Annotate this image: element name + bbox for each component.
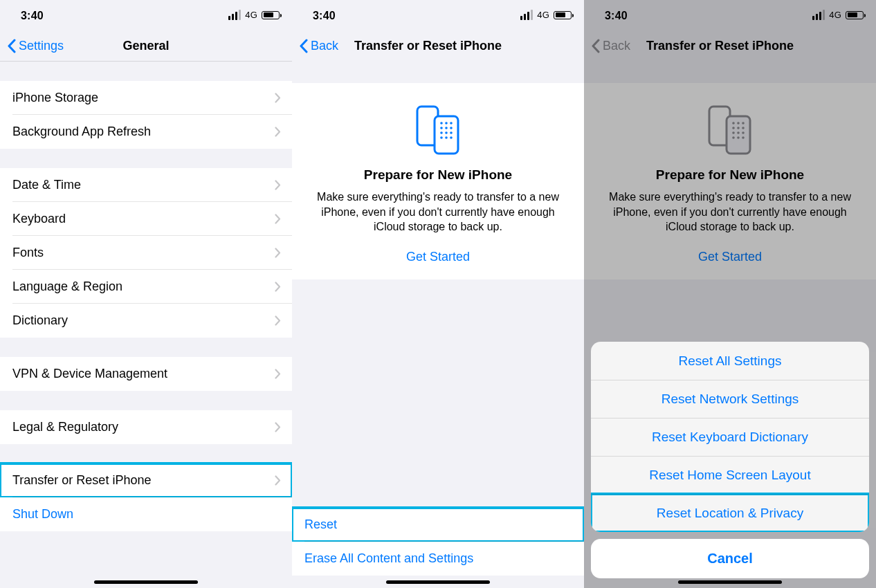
prepare-hero: Prepare for New iPhone Make sure everyth… [292,83,584,279]
chevron-right-icon [275,369,281,379]
status-icons: 4G [520,10,572,20]
row-label: Language & Region [12,279,275,294]
row-keyboard[interactable]: Keyboard [0,202,292,236]
svg-point-5 [440,127,443,129]
row-legal[interactable]: Legal & Regulatory [0,410,292,444]
svg-point-8 [440,131,443,134]
row-label: Legal & Regulatory [12,420,275,434]
row-label: Date & Time [12,178,275,192]
signal-icon [228,10,241,20]
svg-point-12 [445,136,448,139]
chevron-right-icon [275,93,281,103]
nav-bar: Back Transfer or Reset iPhone [292,30,584,61]
row-label: VPN & Device Management [12,367,275,381]
svg-point-4 [450,122,453,125]
row-fonts[interactable]: Fonts [0,236,292,270]
reset-home-screen-layout[interactable]: Reset Home Screen Layout [591,456,869,494]
status-bar: 3:40 4G [0,0,292,30]
status-time: 3:40 [21,10,44,22]
svg-point-6 [445,127,448,129]
row-date-time[interactable]: Date & Time [0,168,292,202]
reset-keyboard-dictionary[interactable]: Reset Keyboard Dictionary [591,418,869,456]
row-label: iPhone Storage [12,91,275,105]
row-dictionary[interactable]: Dictionary [0,304,292,338]
svg-point-11 [440,136,443,139]
svg-point-7 [450,127,453,129]
action-sheet: Reset All Settings Reset Network Setting… [591,342,869,578]
devices-icon [307,104,569,156]
row-background-refresh[interactable]: Background App Refresh [0,115,292,149]
row-language-region[interactable]: Language & Region [0,270,292,304]
network-label: 4G [245,10,257,20]
screen-reset-options: 3:40 4G Back Transfer or Reset iPhone [584,0,876,588]
chevron-right-icon [275,475,281,486]
reset-location-privacy[interactable]: Reset Location & Privacy [591,494,869,532]
back-label: Back [311,39,338,53]
row-label: Reset [304,517,573,532]
row-vpn[interactable]: VPN & Device Management [0,357,292,391]
screen-transfer-reset: 3:40 4G Back Transfer or Reset iPhone [292,0,584,588]
svg-point-10 [450,131,453,134]
home-indicator[interactable] [678,580,782,584]
svg-point-2 [440,122,443,125]
row-label: Dictionary [12,313,275,328]
status-bar: 3:40 4G [292,0,584,30]
nav-title: General [122,39,169,53]
chevron-left-icon [299,39,308,53]
chevron-right-icon [275,282,281,292]
battery-icon [262,11,280,19]
row-label: Transfer or Reset iPhone [12,473,275,488]
chevron-right-icon [275,127,281,137]
reset-network-settings[interactable]: Reset Network Settings [591,380,869,418]
status-time: 3:40 [313,10,336,22]
svg-point-13 [450,136,453,139]
back-button[interactable]: Back [299,30,338,61]
reset-all-settings[interactable]: Reset All Settings [591,342,869,380]
svg-point-9 [445,131,448,134]
back-button[interactable]: Settings [7,30,64,61]
chevron-right-icon [275,248,281,258]
signal-icon [520,10,533,20]
network-label: 4G [537,10,549,20]
home-indicator[interactable] [386,580,490,584]
row-transfer-reset[interactable]: Transfer or Reset iPhone [0,463,292,497]
svg-point-3 [445,122,448,125]
back-label: Settings [19,39,64,53]
row-label: Background App Refresh [12,125,275,139]
cancel-button[interactable]: Cancel [591,539,869,578]
row-shut-down[interactable]: Shut Down [0,497,292,531]
hero-heading: Prepare for New iPhone [307,167,569,183]
nav-bar: Settings General [0,30,292,61]
chevron-right-icon [275,315,281,326]
row-label: Erase All Content and Settings [304,551,573,566]
chevron-right-icon [275,180,281,190]
row-label: Keyboard [12,212,275,226]
chevron-left-icon [7,39,16,53]
row-label: Fonts [12,246,275,260]
chevron-right-icon [275,422,281,432]
get-started-link[interactable]: Get Started [406,250,470,264]
reset-button[interactable]: Reset [292,508,584,542]
hero-body: Make sure everything's ready to transfer… [307,190,569,235]
svg-rect-1 [435,116,458,154]
screen-general: 3:40 4G Settings General iPhone Storage [0,0,292,588]
chevron-right-icon [275,214,281,224]
home-indicator[interactable] [94,580,198,584]
row-iphone-storage[interactable]: iPhone Storage [0,81,292,115]
row-label: Shut Down [12,507,281,522]
battery-icon [554,11,572,19]
status-icons: 4G [228,10,280,20]
nav-title: Transfer or Reset iPhone [354,39,502,53]
erase-button[interactable]: Erase All Content and Settings [292,542,584,576]
